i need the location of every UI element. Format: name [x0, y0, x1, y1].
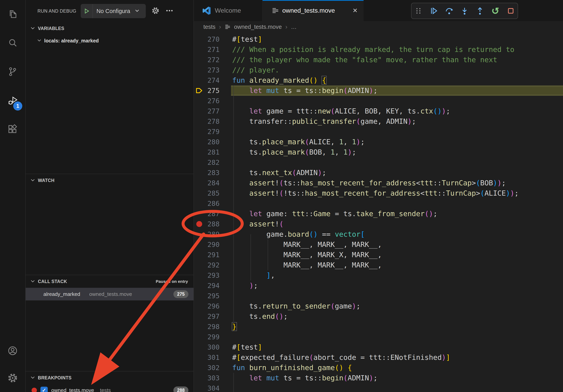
- glyph-margin[interactable]: [194, 280, 205, 291]
- glyph-margin[interactable]: [194, 106, 205, 116]
- breadcrumb-item-symbol[interactable]: …: [291, 24, 297, 30]
- breadcrumb-item-tests[interactable]: tests: [203, 24, 215, 30]
- code-line-291[interactable]: 291 MARK__, MARK_X, MARK__,: [194, 250, 563, 260]
- sidebar-item-explorer[interactable]: [0, 0, 26, 29]
- code-line-287[interactable]: 287 let game: ttt::Game = ts.take_from_s…: [194, 209, 563, 219]
- glyph-margin[interactable]: [194, 65, 205, 75]
- code-line-299[interactable]: 299: [194, 332, 563, 342]
- code-line-277[interactable]: 277 let game = ttt::new(ALICE, BOB, KEY,…: [194, 106, 563, 116]
- code-line-289[interactable]: 289 game.board() == vector[: [194, 229, 563, 239]
- code-line-295[interactable]: 295: [194, 291, 563, 301]
- continue-button[interactable]: [427, 5, 441, 17]
- glyph-margin[interactable]: [194, 322, 205, 332]
- configuration-select[interactable]: No Configura: [93, 8, 134, 14]
- code-line-274[interactable]: 274fun already_marked() {: [194, 75, 563, 85]
- glyph-margin[interactable]: [194, 301, 205, 311]
- glyph-margin[interactable]: [194, 250, 205, 260]
- glyph-margin[interactable]: [194, 188, 205, 198]
- code-line-288[interactable]: 288 assert!(: [194, 219, 563, 229]
- glyph-margin[interactable]: [194, 373, 205, 383]
- sidebar-item-source-control[interactable]: [0, 58, 26, 86]
- code-line-276[interactable]: 276: [194, 96, 563, 106]
- glyph-margin[interactable]: [194, 198, 205, 209]
- glyph-margin[interactable]: [194, 311, 205, 322]
- glyph-margin[interactable]: [194, 44, 205, 55]
- code-line-285[interactable]: 285 assert!(!ts::has_most_recent_for_add…: [194, 188, 563, 198]
- code-editor[interactable]: 270#[test]271/// When a position is alre…: [194, 33, 563, 392]
- start-debugging-button[interactable]: [81, 4, 93, 18]
- call-stack-frame[interactable]: already_marked owned_tests.move 275: [26, 288, 193, 301]
- breakpoint-item[interactable]: ✓ owned_tests.move tests 288: [26, 384, 193, 392]
- glyph-margin[interactable]: [194, 55, 205, 65]
- code-line-293[interactable]: 293 ],: [194, 270, 563, 280]
- glyph-margin[interactable]: [194, 383, 205, 392]
- sidebar-item-run-and-debug[interactable]: 1: [0, 86, 26, 115]
- code-line-281[interactable]: 281 ts.place_mark(BOB, 1, 1);: [194, 147, 563, 157]
- code-line-294[interactable]: 294 );: [194, 280, 563, 291]
- restart-button[interactable]: ↺: [488, 5, 502, 17]
- glyph-margin[interactable]: [194, 157, 205, 168]
- code-line-275[interactable]: 275 let mut ts = ts::begin(ADMIN);: [194, 85, 563, 96]
- settings-button[interactable]: [0, 365, 26, 392]
- sidebar-item-extensions[interactable]: [0, 115, 26, 144]
- breakpoint-dot-icon[interactable]: [194, 219, 205, 229]
- code-line-290[interactable]: 290 MARK__, MARK__, MARK__,: [194, 239, 563, 250]
- glyph-margin[interactable]: [194, 34, 205, 44]
- glyph-margin[interactable]: [194, 147, 205, 157]
- glyph-margin[interactable]: [194, 239, 205, 250]
- code-line-296[interactable]: 296 ts.return_to_sender(game);: [194, 301, 563, 311]
- code-line-292[interactable]: 292 MARK__, MARK__, MARK__,: [194, 260, 563, 270]
- glyph-margin[interactable]: [194, 260, 205, 270]
- glyph-margin[interactable]: [194, 178, 205, 188]
- step-over-button[interactable]: [442, 5, 456, 17]
- code-line-271[interactable]: 271/// When a position is already marked…: [194, 44, 563, 55]
- code-line-272[interactable]: 272/// the player who made the "false" m…: [194, 55, 563, 65]
- breadcrumb-item-file[interactable]: owned_tests.move: [234, 24, 282, 30]
- debug-settings-button[interactable]: [151, 7, 160, 16]
- glyph-margin[interactable]: [194, 96, 205, 106]
- more-actions-icon[interactable]: [166, 7, 173, 15]
- chevron-down-icon[interactable]: [134, 8, 140, 15]
- stop-button[interactable]: [504, 5, 518, 17]
- code-line-284[interactable]: 284 assert!(ts::has_most_recent_for_addr…: [194, 178, 563, 188]
- glyph-margin[interactable]: [194, 168, 205, 178]
- code-line-286[interactable]: 286: [194, 198, 563, 209]
- glyph-margin[interactable]: [194, 270, 205, 280]
- code-line-297[interactable]: 297 ts.end();: [194, 311, 563, 322]
- call-stack-section-header[interactable]: CALL STACK Paused on entry: [26, 275, 193, 288]
- tab-welcome[interactable]: Welcome: [194, 0, 263, 21]
- breakpoints-section-header[interactable]: BREAKPOINTS: [26, 371, 193, 384]
- code-line-280[interactable]: 280 ts.place_mark(ALICE, 1, 1);: [194, 137, 563, 147]
- glyph-margin[interactable]: [194, 75, 205, 85]
- glyph-margin[interactable]: [194, 363, 205, 373]
- code-line-298[interactable]: 298}: [194, 322, 563, 332]
- current-line-pointer-icon[interactable]: [194, 85, 205, 96]
- code-line-301[interactable]: 301#[expected_failure(abort_code = ttt::…: [194, 352, 563, 363]
- account-button[interactable]: [0, 338, 26, 365]
- glyph-margin[interactable]: [194, 116, 205, 127]
- tab-owned-tests-move[interactable]: owned_tests.move ✕: [263, 0, 364, 21]
- glyph-margin[interactable]: [194, 291, 205, 301]
- code-line-282[interactable]: 282: [194, 157, 563, 168]
- code-line-303[interactable]: 303 let mut ts = ts::begin(ADMIN);: [194, 373, 563, 383]
- step-into-button[interactable]: [458, 5, 472, 17]
- glyph-margin[interactable]: [194, 127, 205, 137]
- glyph-margin[interactable]: [194, 332, 205, 342]
- code-line-279[interactable]: 279: [194, 127, 563, 137]
- code-line-302[interactable]: 302fun burn_unfinished_game() {: [194, 363, 563, 373]
- variables-section-header[interactable]: VARIABLES: [26, 22, 193, 35]
- glyph-margin[interactable]: [194, 342, 205, 352]
- code-line-273[interactable]: 273/// player.: [194, 65, 563, 75]
- close-icon[interactable]: ✕: [353, 7, 358, 14]
- toolbar-drag-handle[interactable]: [411, 5, 425, 17]
- glyph-margin[interactable]: [194, 209, 205, 219]
- watch-section-header[interactable]: WATCH: [26, 174, 193, 187]
- glyph-margin[interactable]: [194, 352, 205, 363]
- glyph-margin[interactable]: [194, 137, 205, 147]
- code-line-300[interactable]: 300#[test]: [194, 342, 563, 352]
- code-line-270[interactable]: 270#[test]: [194, 34, 563, 44]
- breakpoint-checkbox[interactable]: ✓: [40, 387, 48, 392]
- step-out-button[interactable]: [473, 5, 487, 17]
- variables-scope-locals[interactable]: locals: already_marked: [26, 35, 193, 47]
- glyph-margin[interactable]: [194, 229, 205, 239]
